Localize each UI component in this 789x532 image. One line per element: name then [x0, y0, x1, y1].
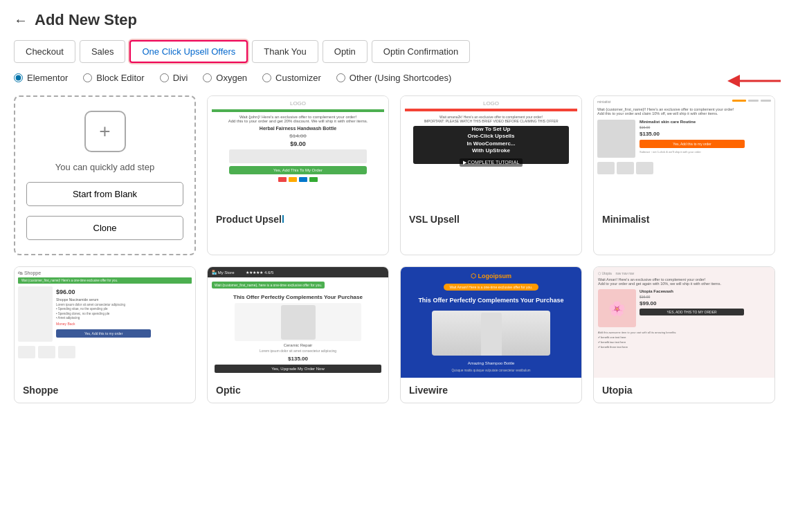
template-label-utopia: Utopia	[594, 378, 774, 403]
plus-icon: +	[99, 120, 110, 143]
page-wrapper: ← Add New Step Checkout Sales One Click …	[0, 0, 789, 414]
template-grid: + You can quickly add step Start from Bl…	[14, 95, 775, 403]
radio-oxygen-label: Oxygen	[216, 73, 247, 83]
radio-elementor-label: Elementor	[27, 73, 68, 83]
radio-divi[interactable]: Divi	[160, 73, 188, 83]
red-arrow-annotation	[727, 71, 782, 91]
radio-other[interactable]: Other (Using Shortcodes)	[336, 73, 451, 83]
template-label-minimalist: Minimalist	[594, 207, 774, 232]
template-label-livewire: Livewire	[401, 378, 581, 403]
template-label-product-upsell: Product Upsell	[208, 207, 388, 232]
add-step-icon: +	[84, 111, 126, 152]
tab-one-click-upsell[interactable]: One Click Upsell Offers	[129, 40, 248, 63]
blank-card: + You can quickly add step Start from Bl…	[14, 95, 196, 255]
tab-checkout[interactable]: Checkout	[14, 40, 75, 63]
template-card-optic[interactable]: 🏪 My Store ★★★★★ 4.6/5 Wait {customer_fi…	[207, 266, 389, 403]
template-preview-optic: 🏪 My Store ★★★★★ 4.6/5 Wait {customer_fi…	[208, 267, 388, 378]
radio-customizer[interactable]: Customizer	[262, 73, 321, 83]
template-card-utopia[interactable]: ⬡ Utopia nav nav nav Wait Amari! Here's …	[593, 266, 775, 403]
tabs-bar: Checkout Sales One Click Upsell Offers T…	[14, 40, 775, 63]
tab-optin[interactable]: Optin	[323, 40, 368, 63]
template-preview-shoppe: 🛍 Shoppe Wait {customer_first_name}! Her…	[15, 267, 195, 378]
back-button[interactable]: ←	[14, 12, 28, 28]
template-card-product-upsell[interactable]: LOGO Wait {john}! Here's an exclusive of…	[207, 95, 389, 255]
radio-block-editor-label: Block Editor	[96, 73, 144, 83]
template-preview-vsl-upsell: LOGO Wait amana2k! Here's an exclusive o…	[401, 96, 581, 207]
radio-bar: Elementor Block Editor Divi Oxygen Custo…	[14, 73, 775, 83]
radio-divi-label: Divi	[173, 73, 188, 83]
template-card-minimalist[interactable]: miniatiist Wait {customer_first_name}!! …	[593, 95, 775, 255]
template-preview-utopia: ⬡ Utopia nav nav nav Wait Amari! Here's …	[594, 267, 774, 378]
template-preview-product-upsell: LOGO Wait {john}! Here's an exclusive of…	[208, 96, 388, 207]
radio-elementor[interactable]: Elementor	[14, 73, 68, 83]
page-header: ← Add New Step	[14, 11, 775, 29]
radio-oxygen[interactable]: Oxygen	[203, 73, 247, 83]
template-label-shoppe: Shoppe	[15, 378, 195, 403]
start-from-blank-button[interactable]: Start from Blank	[26, 182, 183, 206]
template-preview-minimalist: miniatiist Wait {customer_first_name}!! …	[594, 96, 774, 207]
blank-card-text: You can quickly add step	[55, 162, 154, 172]
clone-button[interactable]: Clone	[26, 216, 183, 240]
tab-optin-confirmation[interactable]: Optin Confirmation	[372, 40, 470, 63]
template-card-shoppe[interactable]: 🛍 Shoppe Wait {customer_first_name}! Her…	[14, 266, 196, 403]
template-card-vsl-upsell[interactable]: LOGO Wait amana2k! Here's an exclusive o…	[400, 95, 582, 255]
template-label-vsl-upsell: VSL Upsell	[401, 207, 581, 232]
template-label-optic: Optic	[208, 378, 388, 403]
tab-sales[interactable]: Sales	[80, 40, 126, 63]
page-title: Add New Step	[35, 11, 137, 29]
radio-customizer-label: Customizer	[275, 73, 321, 83]
radio-other-label: Other (Using Shortcodes)	[350, 73, 451, 83]
radio-block-editor[interactable]: Block Editor	[83, 73, 144, 83]
template-card-livewire[interactable]: ⬡ Logoipsum Wait Amani! Here is a one-ti…	[400, 266, 582, 403]
template-preview-livewire: ⬡ Logoipsum Wait Amani! Here is a one-ti…	[401, 267, 581, 378]
tab-thank-you[interactable]: Thank You	[252, 40, 318, 63]
